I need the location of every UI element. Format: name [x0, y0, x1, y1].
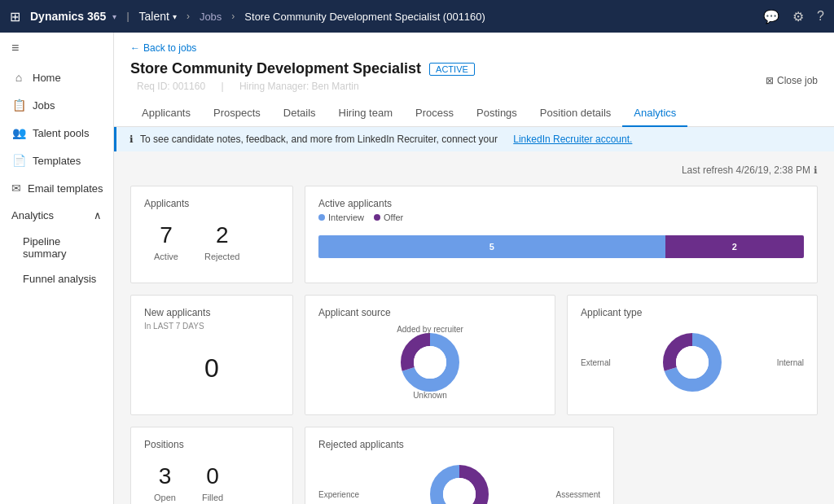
refresh-bar: Last refresh 4/26/19, 2:38 PM ℹ — [130, 164, 818, 176]
breadcrumb-current: Store Community Development Specialist (… — [244, 11, 485, 23]
tab-prospects[interactable]: Prospects — [202, 100, 272, 127]
rejected-label-experience: Experience — [318, 490, 359, 499]
email-templates-icon: ✉ — [11, 182, 21, 195]
rejected-label-assessment: Assessment — [556, 490, 600, 499]
positions-title: Positions — [144, 439, 279, 450]
templates-icon: 📄 — [11, 154, 26, 167]
brand-name[interactable]: Dynamics 365 — [30, 10, 106, 23]
new-applicants-title: New applicants — [144, 307, 279, 318]
open-label: Open — [154, 493, 176, 502]
jobs-icon: 📋 — [11, 99, 26, 112]
applicant-type-label-external: External — [581, 358, 611, 367]
close-job-icon: ⊠ — [766, 75, 774, 86]
talent-pools-icon: 👥 — [11, 126, 26, 139]
tabs: Applicants Prospects Details Hiring team… — [130, 100, 818, 126]
home-icon: ⌂ — [11, 71, 26, 84]
breadcrumb-jobs[interactable]: Jobs — [200, 11, 222, 23]
rejected-count: 2 — [204, 222, 239, 248]
filled-count: 0 — [202, 463, 223, 489]
open-count: 3 — [154, 463, 176, 489]
bar-interview: 5 — [318, 235, 665, 258]
back-to-jobs-link[interactable]: ← Back to jobs — [130, 42, 818, 54]
sidebar-item-jobs[interactable]: 📋 Jobs — [0, 91, 113, 119]
filled-stat: 0 Filled — [202, 463, 223, 502]
module-name[interactable]: Talent ▾ — [139, 10, 177, 23]
active-label: Active — [154, 252, 178, 261]
positions-card: Positions 3 Open 0 Filled — [130, 427, 293, 504]
applicant-type-title: Applicant type — [581, 307, 804, 318]
sidebar-item-email-templates[interactable]: ✉ Email templates — [0, 174, 113, 202]
rejected-label: Rejected — [204, 252, 239, 261]
info-banner: ℹ To see candidate notes, feedback, and … — [114, 127, 834, 151]
applicant-source-title: Applicant source — [318, 307, 542, 318]
tab-details[interactable]: Details — [272, 100, 327, 127]
chat-icon[interactable]: 💬 — [763, 9, 779, 24]
svg-point-2 — [414, 346, 446, 379]
legend-offer: Offer — [384, 213, 403, 222]
applicant-type-card: Applicant type External Internal — [567, 295, 818, 415]
help-icon[interactable]: ? — [817, 9, 824, 24]
rejected-applicants-card: Rejected applicants Experience Assessmen… — [305, 427, 614, 504]
applicant-source-card: Applicant source Added by recruiter Unkn… — [305, 295, 555, 415]
open-stat: 3 Open — [154, 463, 176, 502]
active-badge: ACTIVE — [429, 63, 475, 76]
sidebar-item-pipeline-summary[interactable]: Pipeline summary — [0, 229, 113, 266]
top-navigation: ⊞ Dynamics 365 ▾ | Talent ▾ › Jobs › Sto… — [0, 0, 834, 33]
legend-interview: Interview — [328, 213, 364, 222]
job-title: Store Community Development Specialist — [130, 60, 421, 77]
job-meta: Req ID: 001160 | Hiring Manager: Ben Mar… — [130, 81, 818, 92]
main-content: ← Back to jobs Store Community Developme… — [114, 33, 834, 504]
sidebar-item-home[interactable]: ⌂ Home — [0, 64, 113, 91]
sidebar-item-templates[interactable]: 📄 Templates — [0, 147, 113, 174]
bar-offer: 2 — [665, 235, 804, 258]
rejected-applicants-chart: Experience Assessment — [318, 454, 600, 504]
new-applicants-card: New applicants In LAST 7 DAYS 0 — [130, 295, 293, 415]
sidebar-toggle[interactable]: ≡ — [0, 33, 113, 64]
new-applicants-subtitle: In LAST 7 DAYS — [144, 322, 279, 331]
brand-chevron-icon: ▾ — [112, 12, 116, 21]
sidebar: ≡ ⌂ Home 📋 Jobs 👥 Talent pools 📄 Templat… — [0, 33, 114, 504]
applicant-type-chart: External Internal — [581, 322, 804, 403]
tab-analytics[interactable]: Analytics — [622, 100, 687, 127]
tab-postings[interactable]: Postings — [465, 100, 529, 127]
settings-icon[interactable]: ⚙ — [792, 9, 804, 24]
filled-label: Filled — [202, 493, 223, 502]
active-applicants-card: Active applicants Interview Offer 5 2 — [305, 186, 818, 283]
topnav-actions: 💬 ⚙ ? — [763, 9, 824, 24]
info-icon: ℹ — [129, 134, 134, 145]
refresh-info-icon: ℹ — [814, 164, 818, 176]
analytics-content: Last refresh 4/26/19, 2:38 PM ℹ Applican… — [114, 151, 834, 504]
close-job-button[interactable]: ⊠ Close job — [766, 75, 818, 86]
active-stat: 7 Active — [154, 222, 178, 261]
new-applicants-count: 0 — [144, 337, 279, 393]
active-applicants-title: Active applicants — [318, 198, 804, 209]
sidebar-item-funnel-analysis[interactable]: Funnel analysis — [0, 266, 113, 291]
refresh-label: Last refresh 4/26/19, 2:38 PM — [682, 164, 810, 176]
sidebar-item-talent-pools[interactable]: 👥 Talent pools — [0, 119, 113, 147]
tab-process[interactable]: Process — [404, 100, 465, 127]
linkedin-recruiter-link[interactable]: LinkedIn Recruiter account. — [513, 134, 632, 145]
tab-hiring-team[interactable]: Hiring team — [327, 100, 404, 127]
svg-point-5 — [676, 346, 709, 379]
analytics-collapse-icon: ∧ — [94, 209, 102, 221]
rejected-stat: 2 Rejected — [204, 222, 239, 261]
analytics-section-header[interactable]: Analytics ∧ — [0, 202, 113, 229]
back-arrow-icon: ← — [130, 42, 140, 54]
active-applicants-legend: Interview Offer — [318, 213, 804, 222]
rejected-applicants-title: Rejected applicants — [318, 439, 600, 450]
applicant-source-label-bottom: Unknown — [413, 391, 447, 400]
active-applicants-bar: 5 2 — [318, 235, 804, 258]
content-header: ← Back to jobs Store Community Developme… — [114, 33, 834, 127]
applicant-source-chart: Added by recruiter Unknown — [318, 322, 542, 403]
module-chevron-icon: ▾ — [173, 12, 177, 21]
applicant-type-label-internal: Internal — [777, 358, 804, 367]
applicants-card: Applicants 7 Active 2 Rejected — [130, 186, 293, 283]
active-count: 7 — [154, 222, 178, 248]
tab-applicants[interactable]: Applicants — [130, 100, 202, 127]
apps-grid-icon[interactable]: ⊞ — [10, 9, 20, 24]
applicant-source-label-top: Added by recruiter — [397, 325, 463, 334]
applicants-card-title: Applicants — [144, 198, 279, 209]
tab-position-details[interactable]: Position details — [529, 100, 622, 127]
